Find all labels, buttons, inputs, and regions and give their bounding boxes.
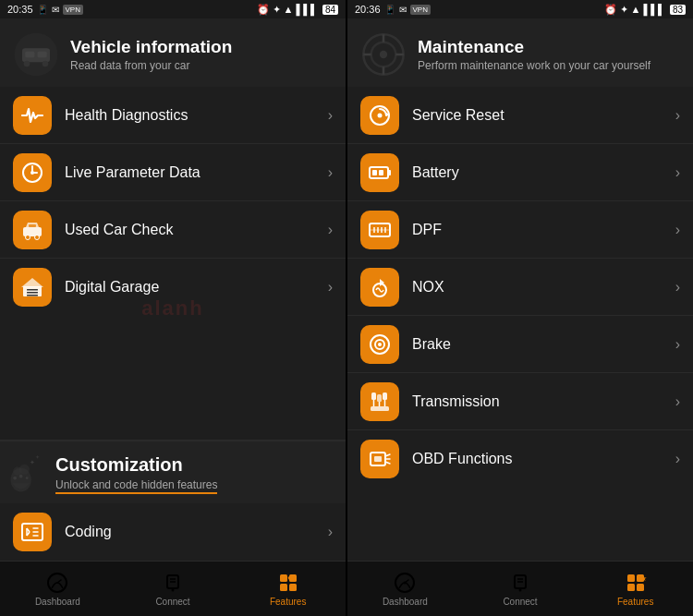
battery-label: Battery [412,164,675,181]
menu-item-service[interactable]: Service Reset › [347,87,693,144]
nox-icon-wrap [360,268,399,307]
nav-dashboard-left[interactable]: Dashboard [0,572,116,607]
svg-rect-2 [25,52,34,58]
status-right: ⏰ ✦ ▲ ▌▌▌ 84 [257,4,338,16]
svg-point-5 [43,61,49,67]
menu-item-transmission[interactable]: Transmission › [347,373,693,430]
svg-point-4 [24,61,30,67]
status-right-left: 20:36 📱 ✉ VPN [355,4,431,15]
obd-icon-wrap [360,440,399,478]
svg-rect-14 [29,224,36,227]
svg-point-24 [19,475,23,478]
svg-rect-93 [637,584,644,591]
health-icon [20,103,44,127]
maintenance-title: Maintenance [418,37,650,57]
nav-connect-left[interactable]: Connect [116,572,231,607]
dpf-chevron: › [675,222,680,238]
battery-icon [368,161,392,185]
menu-item-battery[interactable]: Battery › [347,144,693,201]
brake-chevron: › [675,336,680,353]
vpn-badge-r: VPN [410,5,431,15]
vehicle-header-icon [13,31,59,78]
right-phone: 20:36 📱 ✉ VPN ⏰ ✦ ▲ ▌▌▌ 83 M [347,0,693,616]
maintenance-header: Maintenance Perform maintenance work on … [347,18,693,87]
menu-item-brake[interactable]: Brake › [347,316,693,373]
svg-rect-60 [379,170,383,175]
health-label: Health Diagnostics [65,107,328,124]
alarm-icon-r: ⏰ [604,4,617,16]
svg-rect-90 [627,574,635,582]
bottom-nav-left: Dashboard Connect Features [0,561,346,616]
svg-point-84 [404,581,407,584]
nav-features-right[interactable]: ★ Features [578,572,693,607]
svg-point-25 [26,477,29,479]
menu-item-garage[interactable]: Digital Garage › [0,259,346,316]
time-left: 20:35 [7,4,33,15]
customization-title: Customization [55,454,333,476]
transmission-icon [368,390,392,414]
phone-icon: 📱 [37,5,48,15]
time-right: 20:36 [355,4,381,15]
menu-item-obd[interactable]: OBD Functions › [347,430,693,488]
menu-item-nox[interactable]: NOX › [347,259,693,316]
nav-dashboard-right[interactable]: Dashboard [347,572,463,607]
nav-connect-right[interactable]: Connect [463,572,578,607]
nav-dashboard-label-right: Dashboard [383,597,428,607]
svg-point-56 [378,113,383,117]
svg-point-69 [378,343,382,346]
msg-icon-r: ✉ [399,5,407,15]
svg-rect-18 [27,292,38,294]
signal-icon: ▌▌▌ [296,4,317,15]
svg-rect-58 [388,170,391,175]
coding-icon-wrap [13,513,52,551]
battery-chevron: › [675,164,680,181]
vehicle-info-header: Vehicle information Read data from your … [0,18,346,87]
status-bar-left: 20:35 📱 ✉ VPN ⏰ ✦ ▲ ▌▌▌ 84 [0,0,346,18]
svg-rect-78 [374,456,382,462]
nav-features-left[interactable]: Features [230,572,346,607]
svg-rect-10 [23,227,42,236]
customization-subtitle: Unlock and code hidden features [55,478,217,494]
svg-rect-42 [280,574,287,582]
dashboard-icon-left [46,572,68,594]
bt-icon: ✦ [273,4,281,16]
live-label: Live Parameter Data [65,164,328,181]
coding-label: Coding [65,524,328,540]
menu-item-health[interactable]: Health Diagnostics › [0,87,346,144]
garage-label: Digital Garage [65,279,328,296]
nav-dashboard-label-left: Dashboard [35,597,80,607]
dpf-icon [368,218,392,242]
svg-text:★: ★ [640,574,647,583]
status-left: 20:35 📱 ✉ VPN [7,4,83,15]
maintenance-subtitle: Perform maintenance work on your car you… [418,59,650,72]
menu-item-dpf[interactable]: DPF › [347,201,693,259]
service-label: Service Reset [412,107,675,124]
svg-point-12 [26,235,30,239]
msg-icon: ✉ [52,5,59,15]
svg-rect-28 [22,524,43,540]
live-chevron: › [328,164,333,181]
menu-item-usedcar[interactable]: Used Car Check › [0,201,346,259]
bt-icon-r: ✦ [620,4,628,16]
svg-text:✦: ✦ [35,454,40,460]
nox-chevron: › [675,279,680,296]
svg-rect-44 [280,584,287,591]
service-icon [368,103,392,127]
svg-point-23 [13,477,17,480]
usedcar-label: Used Car Check [65,222,328,238]
menu-item-coding[interactable]: Coding › [0,503,346,561]
transmission-chevron: › [675,393,680,410]
status-right-right: ⏰ ✦ ▲ ▌▌▌ 83 [604,4,686,16]
wifi-icon: ▲ [284,4,294,15]
health-icon-wrap [13,96,52,135]
brake-icon [368,332,392,356]
nox-label: NOX [412,279,675,296]
wifi-icon-r: ▲ [631,4,641,15]
nav-features-label-left: Features [270,597,306,607]
service-chevron: › [675,107,680,124]
health-chevron: › [328,107,333,124]
svg-rect-45 [289,584,297,591]
menu-item-live[interactable]: Live Parameter Data › [0,144,346,201]
customization-header: ✦ ✦ Customization Unlock and code hidden… [0,441,346,503]
alarm-icon: ⏰ [257,4,270,16]
